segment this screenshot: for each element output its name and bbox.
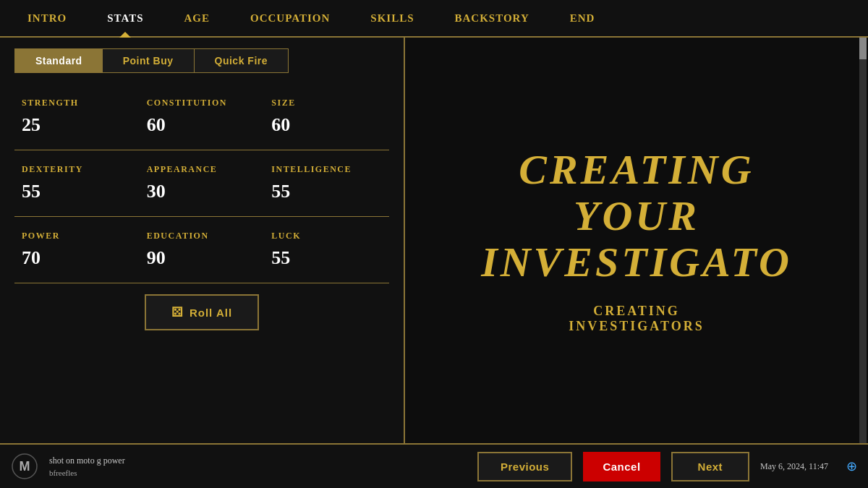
stat-strength-value: 25 bbox=[22, 114, 132, 136]
stat-constitution: CONSTITUTION 60 bbox=[140, 87, 265, 146]
creating-title: CREATING YOUR INVESTIGATO bbox=[481, 147, 792, 285]
stat-size-value: 60 bbox=[271, 114, 382, 136]
stat-size: SIZE 60 bbox=[264, 87, 389, 146]
svg-text:M: M bbox=[20, 459, 30, 474]
stat-power-value: 70 bbox=[22, 247, 132, 269]
stat-intelligence-value: 55 bbox=[271, 181, 382, 202]
stat-appearance-value: 30 bbox=[147, 181, 258, 202]
timestamp: May 6, 2024, 11:47 bbox=[760, 461, 828, 472]
stat-education-label: EDUCATION bbox=[147, 231, 258, 241]
stat-power-label: POWER bbox=[22, 231, 132, 241]
title-line3: INVESTIGATO bbox=[481, 239, 792, 286]
stats-divider-3 bbox=[14, 283, 389, 283]
device-model: shot on moto g power bbox=[49, 454, 467, 467]
device-user: bfreefles bbox=[49, 467, 467, 479]
bottom-bar: M shot on moto g power bfreefles Previou… bbox=[0, 443, 868, 488]
stat-power: POWER 70 bbox=[14, 221, 140, 279]
left-panel: Standard Point Buy Quick Fire STRENGTH 2… bbox=[0, 38, 405, 443]
stat-appearance: APPEARANCE 30 bbox=[140, 154, 265, 213]
nav-occupation[interactable]: OCCUPATION bbox=[230, 0, 350, 36]
device-info: shot on moto g power bfreefles bbox=[49, 454, 467, 479]
stat-constitution-value: 60 bbox=[147, 114, 258, 136]
nav-age[interactable]: AGE bbox=[164, 0, 231, 36]
cancel-button[interactable]: Cancel bbox=[583, 452, 660, 481]
subtitle-line1: CREATING bbox=[593, 304, 680, 318]
stat-strength-label: STRENGTH bbox=[22, 98, 132, 108]
tab-point-buy[interactable]: Point Buy bbox=[103, 49, 195, 72]
stat-luck-label: LUCK bbox=[271, 231, 382, 241]
title-line2: YOUR bbox=[574, 192, 699, 239]
roll-all-label: Roll All bbox=[190, 307, 232, 319]
stat-dexterity: DEXTERITY 55 bbox=[14, 154, 140, 213]
nav-skills[interactable]: SKILLS bbox=[350, 0, 434, 36]
stat-appearance-label: APPEARANCE bbox=[147, 164, 258, 175]
next-button[interactable]: Next bbox=[671, 452, 750, 481]
stats-divider-2 bbox=[14, 216, 389, 217]
nav-stats[interactable]: STATS bbox=[87, 0, 163, 36]
tab-standard[interactable]: Standard bbox=[15, 49, 103, 72]
stat-education: EDUCATION 90 bbox=[140, 221, 265, 279]
stat-constitution-label: CONSTITUTION bbox=[147, 98, 258, 108]
navigation-icon: ⊕ bbox=[846, 458, 857, 474]
stats-divider-1 bbox=[14, 150, 389, 150]
right-panel-content: CREATING YOUR INVESTIGATO CREATING INVES… bbox=[405, 38, 868, 443]
stat-dexterity-value: 55 bbox=[22, 181, 132, 202]
dice-icon: ⚄ bbox=[171, 304, 184, 320]
nav-end[interactable]: END bbox=[550, 0, 616, 36]
stat-luck-value: 55 bbox=[271, 247, 382, 269]
stat-education-value: 90 bbox=[147, 247, 258, 269]
subtitle-line2: INVESTIGATORS bbox=[569, 319, 704, 333]
stats-row-2: DEXTERITY 55 APPEARANCE 30 INTELLIGENCE … bbox=[14, 154, 389, 213]
main-content: Standard Point Buy Quick Fire STRENGTH 2… bbox=[0, 38, 868, 443]
right-panel: CREATING YOUR INVESTIGATO CREATING INVES… bbox=[405, 38, 868, 443]
previous-button[interactable]: Previous bbox=[477, 452, 572, 481]
scrollbar[interactable] bbox=[859, 38, 867, 443]
stats-row-1: STRENGTH 25 CONSTITUTION 60 SIZE 60 bbox=[14, 87, 389, 146]
top-navigation: INTRO STATS AGE OCCUPATION SKILLS BACKST… bbox=[0, 0, 868, 38]
creating-subtitle: CREATING INVESTIGATORS bbox=[569, 304, 704, 334]
stat-dexterity-label: DEXTERITY bbox=[22, 164, 132, 175]
stats-row-3: POWER 70 EDUCATION 90 LUCK 55 bbox=[14, 221, 389, 279]
stat-luck: LUCK 55 bbox=[264, 221, 389, 279]
nav-buttons: Previous Cancel Next bbox=[477, 452, 749, 481]
nav-intro[interactable]: INTRO bbox=[7, 0, 87, 36]
mode-tabs: Standard Point Buy Quick Fire bbox=[14, 48, 289, 73]
stat-intelligence: INTELLIGENCE 55 bbox=[264, 154, 389, 213]
title-line1: CREATING bbox=[519, 146, 754, 193]
scrollbar-thumb bbox=[859, 38, 867, 59]
motorola-logo: M bbox=[11, 453, 38, 480]
stat-size-label: SIZE bbox=[271, 98, 382, 108]
tab-quick-fire[interactable]: Quick Fire bbox=[195, 49, 288, 72]
stat-intelligence-label: INTELLIGENCE bbox=[271, 164, 382, 175]
roll-all-button[interactable]: ⚄ Roll All bbox=[145, 294, 259, 330]
stat-strength: STRENGTH 25 bbox=[14, 87, 140, 146]
nav-backstory[interactable]: BACKSTORY bbox=[435, 0, 550, 36]
